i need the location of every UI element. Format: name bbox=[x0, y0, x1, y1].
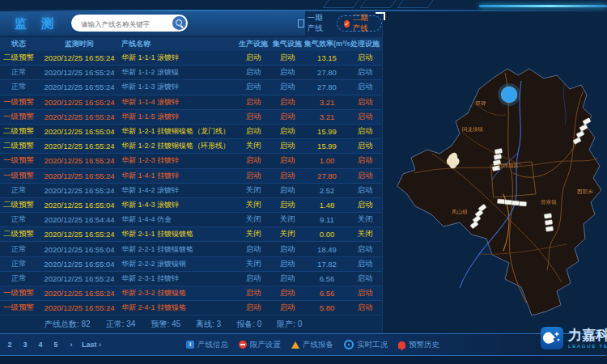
table-row[interactable]: 一级预警2020/12/25 16:55:24华新 2-4-1 挂镀镍铬启动启动… bbox=[0, 301, 382, 315]
factory-marker[interactable] bbox=[544, 214, 552, 219]
factory-marker[interactable] bbox=[511, 201, 519, 205]
cell-gas: 启动 bbox=[270, 126, 304, 137]
factory-marker[interactable] bbox=[519, 201, 526, 206]
search-button[interactable] bbox=[172, 16, 186, 30]
table-row[interactable]: 二级预警2020/12/25 16:55:04华新 1-4-3 滚镀锌关闭启动1… bbox=[0, 198, 382, 213]
table-row[interactable]: 正常2020/12/25 16:55:24华新 1-4-2 滚镀锌关闭启动2.5… bbox=[0, 184, 382, 198]
factory-marker[interactable] bbox=[504, 200, 511, 205]
cell-gas: 启动 bbox=[270, 273, 304, 284]
toolbar-button-gauge[interactable]: 实时工况 bbox=[344, 340, 388, 350]
cell-status: 二级预警 bbox=[0, 53, 37, 63]
table-row[interactable]: 一级预警2020/12/25 16:55:24华新 1-4-1 挂镀锌启动启动2… bbox=[0, 169, 382, 184]
cell-proc: 启动 bbox=[350, 67, 380, 78]
cell-time: 2020/12/25 16:55:04 bbox=[37, 127, 121, 136]
cell-status: 二级预警 bbox=[0, 200, 37, 210]
cell-gas: 启动 bbox=[270, 244, 304, 255]
map-place-label: 沙坪坝区 bbox=[498, 163, 520, 169]
last-page-button[interactable]: Last › bbox=[82, 341, 101, 349]
cell-time: 2020/12/25 16:55:24 bbox=[37, 142, 121, 150]
table-header: 状态监测时间产线名称生产设施集气设施集气效率(m³/s)处理设施 bbox=[0, 37, 382, 51]
pagination: 2345›Last › bbox=[5, 334, 101, 355]
cell-time: 2020/12/25 16:55:24 bbox=[37, 274, 121, 283]
cell-time: 2020/12/25 16:54:44 bbox=[37, 215, 121, 224]
cell-prod: 关闭 bbox=[236, 229, 270, 239]
cell-prod: 关闭 bbox=[236, 185, 270, 196]
cell-name: 华新 1-1-2 滚镀镍 bbox=[121, 67, 236, 78]
table-row[interactable]: 一级预警2020/12/25 16:55:24华新 2-3-2 挂镀镍铬启动启动… bbox=[0, 286, 382, 301]
cell-name: 华新 2-1-1 挂镀镍镀铬 bbox=[121, 229, 236, 239]
cell-time: 2020/12/25 16:55:24 bbox=[37, 230, 121, 239]
cell-time: 2020/12/25 16:55:24 bbox=[37, 68, 121, 77]
page-button[interactable]: 4 bbox=[36, 341, 45, 349]
cell-prod: 启动 bbox=[236, 273, 270, 284]
map-place-label: 凤山镇 bbox=[452, 209, 468, 214]
cell-status: 一级预警 bbox=[0, 288, 37, 298]
next-page-button[interactable]: › bbox=[66, 341, 76, 349]
table-row[interactable]: 二级预警2020/12/25 16:55:24华新 1-1-1 滚镀锌启动启动1… bbox=[0, 51, 382, 66]
cell-prod: 启动 bbox=[236, 126, 270, 137]
cell-gas: 启动 bbox=[270, 97, 304, 108]
cell-eff: 27.80 bbox=[304, 83, 350, 91]
table-row[interactable]: 正常2020/12/25 16:55:04华新 2-2-2 滚镀镍铜关闭启动17… bbox=[0, 257, 382, 272]
summary-item: 正常: 34 bbox=[106, 319, 136, 330]
check-icon: ✓ bbox=[344, 20, 349, 28]
table-row[interactable]: 二级预警2020/12/25 16:55:24华新 2-1-1 挂镀镍镀铬关闭关… bbox=[0, 227, 382, 242]
table-row[interactable]: 正常2020/12/25 16:55:04华新 2-2-1 挂镀镍镀铬启动启动1… bbox=[0, 242, 382, 256]
table-row[interactable]: 一级预警2020/12/25 16:55:24华新 1-2-3 挂镀锌启动启动1… bbox=[0, 154, 382, 168]
cell-name: 华新 2-3-2 挂镀镍铬 bbox=[121, 288, 236, 298]
cell-status: 正常 bbox=[0, 273, 37, 284]
cell-prod: 启动 bbox=[236, 244, 270, 255]
cell-prod: 关闭 bbox=[236, 214, 270, 225]
factory-marker[interactable] bbox=[497, 199, 504, 204]
cell-proc: 启动 bbox=[350, 155, 380, 166]
cell-status: 正常 bbox=[0, 214, 37, 225]
table-row[interactable]: 正常2020/12/25 16:55:24华新 2-3-1 挂镀锌启动启动6.5… bbox=[0, 272, 382, 286]
toolbar-button-bell[interactable]: 预警历史 bbox=[398, 340, 439, 350]
toolbar-button-info[interactable]: 产线信息 bbox=[186, 340, 228, 350]
cell-eff: 27.80 bbox=[304, 68, 350, 77]
factory-marker[interactable] bbox=[545, 220, 553, 226]
cell-eff: 6.56 bbox=[304, 274, 350, 283]
toolbar-button-label: 产线报备 bbox=[303, 340, 333, 350]
bottom-toolbar: 2345›Last › 产线信息限产设置产线报备实时工况预警历史 bbox=[0, 333, 606, 356]
page-button[interactable]: 3 bbox=[20, 341, 30, 349]
page-button[interactable]: 2 bbox=[5, 341, 15, 349]
factory-marker[interactable] bbox=[545, 226, 554, 232]
table-row[interactable]: 一级预警2020/12/25 16:55:24华新 1-1-4 滚镀锌启动启动3… bbox=[0, 95, 382, 110]
cell-status: 一级预警 bbox=[0, 155, 37, 166]
column-header: 处理设施 bbox=[350, 39, 380, 49]
cell-proc: 关闭 bbox=[350, 214, 380, 225]
alarm-marker[interactable] bbox=[498, 83, 520, 106]
table-row[interactable]: 二级预警2020/12/25 16:55:24华新 1-2-2 挂镀铜镍铬（环形… bbox=[0, 139, 382, 154]
table-row[interactable]: 一级预警2020/12/25 16:55:24华新 1-1-5 滚镀锌启动启动3… bbox=[0, 110, 382, 125]
toolbar-button-warn[interactable]: 产线报备 bbox=[291, 340, 333, 350]
top-deco-shape bbox=[322, 0, 359, 8]
column-header: 状态 bbox=[0, 39, 37, 49]
toolbar-button-ban[interactable]: 限产设置 bbox=[239, 340, 281, 350]
cell-name: 华新 2-2-2 滚镀镍铜 bbox=[121, 259, 236, 269]
table-row[interactable]: 二级预警2020/12/25 16:55:04华新 1-2-1 挂镀铜镍铬（龙门… bbox=[0, 125, 382, 139]
table-row[interactable]: 正常2020/12/25 16:55:24华新 1-1-2 滚镀镍启动启动27.… bbox=[0, 66, 382, 80]
cell-eff: 6.56 bbox=[304, 289, 350, 298]
cell-time: 2020/12/25 16:55:04 bbox=[37, 260, 121, 269]
cell-proc: 启动 bbox=[350, 112, 380, 122]
map-place-label: 回龙坝镇 bbox=[462, 126, 484, 132]
cell-gas: 启动 bbox=[270, 112, 304, 122]
page-button[interactable]: 5 bbox=[51, 341, 61, 349]
table-row[interactable]: 正常2020/12/25 16:55:24华新 1-1-3 滚镀锌启动启动27.… bbox=[0, 80, 382, 95]
table-row[interactable]: 正常2020/12/25 16:54:44华新 1-4-4 仿金关闭关闭9.11… bbox=[0, 213, 382, 227]
cell-proc: 启动 bbox=[350, 288, 380, 298]
cell-status: 正常 bbox=[0, 185, 37, 196]
cell-proc: 启动 bbox=[350, 126, 380, 137]
phase2-button[interactable]: ✓ 二期产线 bbox=[337, 15, 382, 32]
cell-status: 正常 bbox=[0, 82, 37, 92]
phase1-checkbox[interactable]: 一期产线 bbox=[298, 13, 329, 34]
column-header: 产线名称 bbox=[121, 39, 236, 49]
cell-name: 华新 1-4-3 滚镀锌 bbox=[121, 200, 236, 210]
search-box bbox=[71, 15, 188, 32]
cell-gas: 启动 bbox=[270, 185, 304, 196]
cell-eff: 5.80 bbox=[304, 303, 350, 312]
search-input[interactable] bbox=[79, 17, 170, 31]
column-header: 集气效率(m³/s) bbox=[304, 39, 350, 49]
cell-proc: 启动 bbox=[350, 200, 380, 210]
